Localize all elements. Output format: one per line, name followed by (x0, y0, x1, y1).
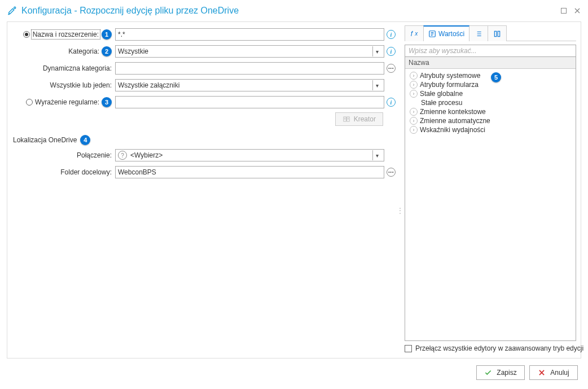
window-title: Konfiguracja - Rozpocznij edycję pliku p… (21, 6, 239, 16)
chevron-down-icon: ▾ (372, 80, 381, 90)
svg-point-0 (14, 7, 16, 8)
maximize-icon[interactable] (560, 7, 568, 15)
titlebar: Konfiguracja - Rozpocznij edycję pliku p… (0, 0, 588, 21)
close-icon[interactable] (573, 7, 581, 15)
kreator-button: Kreator (335, 112, 383, 126)
tab-form[interactable] (488, 25, 507, 41)
kategoria-label: Kategoria: (68, 47, 99, 55)
checkbox[interactable] (405, 345, 412, 352)
wszystkie-lub-select[interactable]: Wszystkie załączniki ▾ (115, 79, 384, 91)
polaczenie-label: Połączenie: (77, 151, 112, 159)
tree-item[interactable]: › Zmienne automatyczne (406, 116, 574, 125)
kreator-label: Kreator (354, 115, 376, 123)
expand-icon[interactable]: › (410, 126, 418, 134)
tree-header: Nazwa (405, 57, 576, 69)
cancel-button[interactable]: Anuluj (529, 365, 578, 380)
callout-4: 4 (80, 135, 90, 145)
regex-label: Wyrażenie regularne: (35, 98, 99, 106)
folder-input[interactable] (115, 166, 384, 178)
name-ext-radio[interactable] (23, 31, 30, 38)
callout-1: 1 (102, 29, 112, 40)
regex-input (115, 96, 384, 108)
advanced-mode-toggle[interactable]: Przełącz wszystkie edytory w zaawansowan… (405, 344, 576, 352)
svg-rect-4 (498, 31, 500, 36)
tab-list[interactable] (469, 25, 488, 41)
tree-item[interactable]: › Zmienne kontekstowe (406, 107, 574, 116)
regex-radio[interactable] (26, 99, 33, 106)
wszystkie-lub-label: Wszystkie lub jeden: (50, 81, 112, 89)
name-ext-input[interactable] (115, 28, 384, 41)
advanced-mode-label: Przełącz wszystkie edytory w zaawansowan… (415, 344, 583, 352)
more-icon[interactable]: ••• (387, 64, 396, 73)
chevron-down-icon: ▾ (372, 46, 381, 56)
config-window: Konfiguracja - Rozpocznij edycję pliku p… (0, 0, 588, 389)
expand-icon[interactable]: › (410, 108, 418, 116)
variable-search (405, 45, 576, 57)
expand-icon[interactable]: › (410, 81, 418, 89)
variable-tree: Nazwa › Atrybuty systemowe › Atrybuty fo… (405, 57, 576, 341)
polaczenie-select[interactable]: ? <Wybierz> ▾ (115, 149, 384, 161)
svg-rect-1 (561, 8, 567, 14)
dyn-kategoria-label: Dynamiczna kategoria: (43, 64, 112, 72)
callout-2: 2 (102, 46, 112, 56)
kategoria-select[interactable]: Wszystkie ▾ (115, 45, 384, 58)
tree-item[interactable]: Stałe procesu (406, 98, 574, 107)
window-controls (560, 7, 581, 15)
callout-3: 3 (102, 97, 112, 107)
more-icon[interactable]: ••• (387, 168, 396, 177)
help-icon: ? (118, 151, 127, 160)
tab-wartosci[interactable]: Wartości (423, 25, 469, 41)
tree-item[interactable]: › Atrybuty formularza (406, 80, 574, 89)
footer: Zapisz Anuluj (0, 364, 588, 389)
tab-fx[interactable]: fx (405, 25, 424, 41)
name-ext-label: Nazwa i rozszerzenie: (32, 30, 99, 38)
expand-icon[interactable]: › (410, 90, 418, 98)
callout-5: 5 (491, 72, 501, 82)
expand-icon[interactable]: › (410, 117, 418, 125)
tree-body: › Atrybuty systemowe › Atrybuty formular… (405, 69, 576, 340)
tree-item[interactable]: › Atrybuty systemowe (406, 71, 574, 80)
search-input[interactable] (405, 45, 576, 57)
info-icon[interactable]: i (387, 30, 396, 39)
tree-item[interactable]: › Wskaźniki wydajności (406, 125, 574, 134)
left-pane: Nazwa i rozszerzenie: 1 i Kategoria: 2 W… (7, 22, 400, 358)
save-button[interactable]: Zapisz (476, 365, 525, 380)
tabbar: fx Wartości (405, 25, 576, 41)
onedrive-section: Lokalizacja OneDrive 4 (11, 135, 396, 145)
folder-label: Folder docelowy: (60, 168, 112, 176)
svg-rect-3 (495, 31, 497, 36)
tools-icon (7, 6, 17, 16)
expand-icon[interactable]: › (410, 72, 418, 80)
info-icon[interactable]: i (387, 98, 396, 107)
info-icon[interactable]: i (387, 47, 396, 56)
content-area: Nazwa i rozszerzenie: 1 i Kategoria: 2 W… (7, 21, 581, 359)
tree-item[interactable]: › Stałe globalne (406, 89, 574, 98)
right-pane: fx Wartości Nazwa › (400, 22, 581, 358)
chevron-down-icon: ▾ (372, 150, 381, 160)
dyn-kategoria-input (115, 62, 384, 75)
